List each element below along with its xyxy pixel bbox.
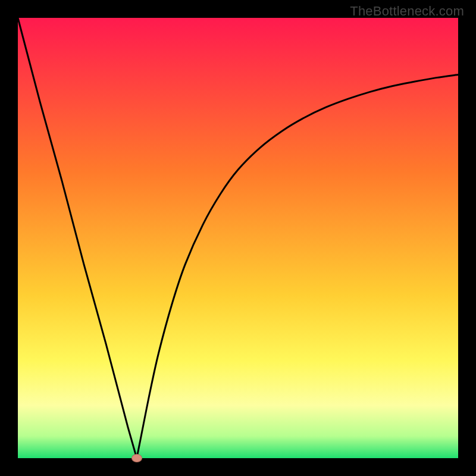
curve-right-branch (137, 74, 458, 458)
chart-frame: TheBottleneck.com (0, 0, 476, 476)
minimum-marker (131, 454, 142, 462)
plot-area (18, 18, 458, 458)
curve-left-branch (18, 18, 137, 458)
curve-layer (18, 18, 458, 458)
watermark-text: TheBottleneck.com (350, 4, 464, 19)
